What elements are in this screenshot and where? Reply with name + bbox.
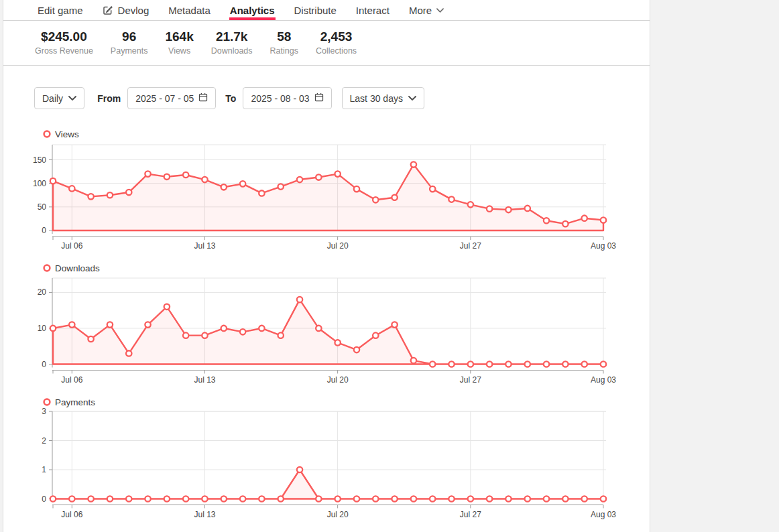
data-point <box>581 496 587 501</box>
tab-devlog[interactable]: Devlog <box>103 0 149 20</box>
y-tick-label: 0 <box>42 226 46 235</box>
y-tick-label: 100 <box>33 179 46 188</box>
payments-series <box>50 467 606 502</box>
data-point <box>164 496 170 501</box>
data-point <box>69 322 74 327</box>
from-date-input[interactable]: 2025 - 07 - 05 <box>127 87 216 109</box>
data-point <box>335 496 340 501</box>
data-point <box>562 361 568 367</box>
data-point <box>392 322 397 327</box>
data-point <box>107 192 113 198</box>
data-point <box>183 172 188 178</box>
data-point <box>525 361 530 367</box>
data-point <box>525 496 530 501</box>
data-point <box>601 361 606 367</box>
data-point <box>297 297 302 302</box>
x-tick-label: Jul 13 <box>194 375 215 385</box>
data-point <box>601 496 606 501</box>
data-point <box>544 218 549 223</box>
y-tick-label: 3 <box>42 407 46 416</box>
from-label: From <box>97 93 121 104</box>
x-tick-label: Aug 03 <box>591 510 616 519</box>
tab-label: More <box>409 5 432 16</box>
data-point <box>468 496 473 501</box>
legend-marker-icon <box>44 131 50 137</box>
stat-label: Ratings <box>270 46 298 56</box>
data-point <box>126 190 131 195</box>
data-point <box>183 332 188 338</box>
x-tick-label: Jul 20 <box>327 241 349 251</box>
data-point <box>240 181 245 186</box>
y-tick-label: 1 <box>42 465 46 474</box>
data-point <box>373 496 378 501</box>
chevron-down-icon <box>436 8 444 13</box>
chart-filters-row: Daily From 2025 - 07 - 05 To 2025 - 08 -… <box>34 87 650 109</box>
data-point <box>373 332 378 338</box>
data-point <box>88 336 93 342</box>
data-point <box>221 326 227 331</box>
tab-more[interactable]: More <box>409 0 444 20</box>
data-point <box>581 216 587 221</box>
data-point <box>525 206 530 211</box>
data-point <box>411 496 416 501</box>
tab-distribute[interactable]: Distribute <box>294 0 337 20</box>
data-point <box>278 496 284 501</box>
active-tab-underline <box>229 17 276 20</box>
tab-interact[interactable]: Interact <box>356 0 390 20</box>
stat-value: 2,453 <box>316 29 357 45</box>
data-point <box>259 496 264 501</box>
data-point <box>544 496 549 501</box>
data-point <box>297 177 302 182</box>
data-point <box>88 194 93 199</box>
tab-analytics[interactable]: Analytics <box>230 0 275 20</box>
calendar-icon <box>314 92 324 104</box>
stat-label: Collections <box>316 46 357 56</box>
data-point <box>448 361 454 367</box>
legend-label: Views <box>55 129 79 139</box>
stat-value: 58 <box>270 29 298 45</box>
data-point <box>316 174 321 180</box>
data-point <box>430 496 435 501</box>
stat-label: Payments <box>111 46 148 56</box>
data-point <box>259 326 264 331</box>
stat-downloads: 21.7kDownloads <box>211 29 253 56</box>
tab-edit-game[interactable]: Edit game <box>38 0 83 20</box>
x-tick-label: Jul 06 <box>61 375 82 385</box>
tab-label: Interact <box>356 5 390 16</box>
tab-label: Metadata <box>168 5 211 16</box>
data-point <box>278 332 284 338</box>
tab-metadata[interactable]: Metadata <box>168 0 211 20</box>
stats-summary-bar: $245.00Gross Revenue96Payments164kViews2… <box>3 21 650 66</box>
date-range-select[interactable]: Last 30 days <box>342 87 424 109</box>
data-point <box>354 347 359 352</box>
stat-label: Gross Revenue <box>35 46 93 56</box>
stat-label: Downloads <box>211 46 253 56</box>
data-point <box>448 196 454 202</box>
legend-marker-icon <box>44 265 50 271</box>
y-tick-label: 2 <box>42 436 46 446</box>
chevron-down-icon <box>68 96 76 101</box>
legend-views: Views <box>44 129 79 139</box>
data-point <box>259 190 264 196</box>
tab-label: Distribute <box>294 5 337 16</box>
stat-collections: 2,453Collections <box>316 29 357 56</box>
data-point <box>126 496 131 501</box>
interval-select[interactable]: Daily <box>34 87 84 109</box>
y-tick-label: 150 <box>33 155 46 165</box>
to-date-input[interactable]: 2025 - 08 - 03 <box>243 87 331 109</box>
legend-downloads: Downloads <box>44 263 100 273</box>
data-point <box>316 326 321 331</box>
x-tick-label: Jul 27 <box>460 510 481 519</box>
data-point <box>164 304 170 310</box>
stat-label: Views <box>165 46 193 56</box>
legend-payments: Payments <box>44 397 96 407</box>
downloads-chart: 01020Jul 06Jul 13Jul 20Jul 27Aug 03Downl… <box>3 260 651 389</box>
data-point <box>50 178 56 184</box>
stat-value: 21.7k <box>211 29 253 45</box>
stat-views: 164kViews <box>165 29 193 56</box>
from-date-value: 2025 - 07 - 05 <box>135 93 194 104</box>
stat-gross-revenue: $245.00Gross Revenue <box>35 29 93 56</box>
x-tick-label: Jul 06 <box>61 510 82 519</box>
data-point <box>145 496 150 501</box>
stat-payments: 96Payments <box>111 29 148 56</box>
